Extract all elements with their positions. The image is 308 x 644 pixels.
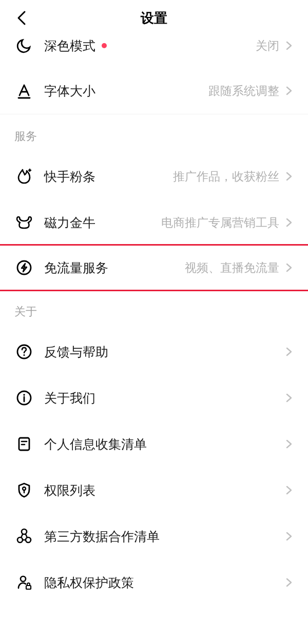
data-free-value: 视频、直播免流量: [185, 260, 279, 276]
header: 设置: [0, 0, 308, 36]
chevron-right-icon: [284, 578, 294, 587]
settings-item-personal-info[interactable]: 个人信息收集清单: [0, 421, 308, 467]
chevron-right-icon: [284, 263, 294, 272]
chevron-right-icon: [284, 41, 294, 50]
third-party-label: 第三方数据合作清单: [44, 528, 160, 545]
settings-item-third-party[interactable]: 第三方数据合作清单: [0, 513, 308, 559]
new-badge-dot: [102, 43, 107, 48]
svg-line-19: [26, 534, 28, 538]
settings-item-font-size[interactable]: 字体大小 跟随系统调整: [0, 68, 308, 114]
page-title: 设置: [12, 9, 296, 27]
chevron-right-icon: [284, 347, 294, 356]
settings-item-data-free[interactable]: 免流量服务 视频、直播免流量: [0, 244, 308, 291]
chevron-right-icon: [284, 393, 294, 402]
shield-key-icon: [14, 480, 34, 500]
settings-item-permissions[interactable]: 权限列表: [0, 467, 308, 513]
svg-point-21: [21, 576, 26, 581]
ecommerce-label: 磁力金牛: [44, 214, 95, 231]
data-free-label: 免流量服务: [44, 259, 108, 276]
settings-item-privacy[interactable]: 隐私权保护政策: [0, 559, 308, 606]
question-circle-icon: [14, 342, 34, 361]
back-button[interactable]: [14, 11, 29, 25]
bull-icon: [14, 213, 34, 232]
chevron-right-icon: [284, 486, 294, 495]
dark-mode-value: 关闭: [256, 38, 279, 54]
fire-icon: [14, 167, 34, 186]
ecommerce-value: 电商推广专属营销工具: [161, 215, 279, 231]
about-us-label: 关于我们: [44, 390, 95, 407]
dark-mode-label: 深色模式: [44, 37, 95, 54]
user-lock-icon: [14, 573, 34, 592]
svg-point-8: [23, 394, 25, 395]
info-circle-icon: [14, 388, 34, 408]
chevron-right-icon: [284, 86, 294, 95]
chevron-right-icon: [284, 172, 294, 181]
settings-item-feedback[interactable]: 反馈与帮助: [0, 329, 308, 375]
promotion-value: 推广作品，收获粉丝: [173, 169, 279, 185]
permissions-label: 权限列表: [44, 482, 95, 499]
settings-item-about-us[interactable]: 关于我们: [0, 375, 308, 421]
svg-point-6: [23, 354, 25, 356]
section-header-services: 服务: [0, 114, 308, 153]
settings-item-ecommerce[interactable]: 磁力金牛 电商推广专属营销工具: [0, 199, 308, 246]
document-icon: [14, 434, 34, 454]
moon-icon: [14, 36, 34, 55]
settings-item-promotion[interactable]: 快手粉条 推广作品，收获粉丝: [0, 153, 308, 199]
feedback-label: 反馈与帮助: [44, 344, 108, 360]
svg-point-17: [26, 537, 31, 542]
chevron-right-icon: [284, 218, 294, 227]
settings-item-dark-mode[interactable]: 深色模式 关闭: [0, 36, 308, 68]
privacy-label: 隐私权保护政策: [44, 574, 134, 591]
svg-line-18: [21, 534, 23, 538]
font-size-value: 跟随系统调整: [208, 83, 279, 99]
chevron-right-icon: [284, 532, 294, 541]
svg-rect-22: [26, 586, 31, 589]
nodes-icon: [14, 527, 34, 546]
promotion-label: 快手粉条: [44, 168, 95, 185]
bolt-circle-icon: [14, 258, 34, 277]
svg-point-15: [22, 529, 27, 534]
font-icon: [14, 81, 34, 100]
chevron-right-icon: [284, 439, 294, 449]
section-header-about: 关于: [0, 290, 308, 329]
svg-point-16: [17, 537, 23, 542]
personal-info-label: 个人信息收集清单: [44, 436, 147, 453]
back-icon: [16, 10, 27, 26]
font-size-label: 字体大小: [44, 83, 95, 99]
